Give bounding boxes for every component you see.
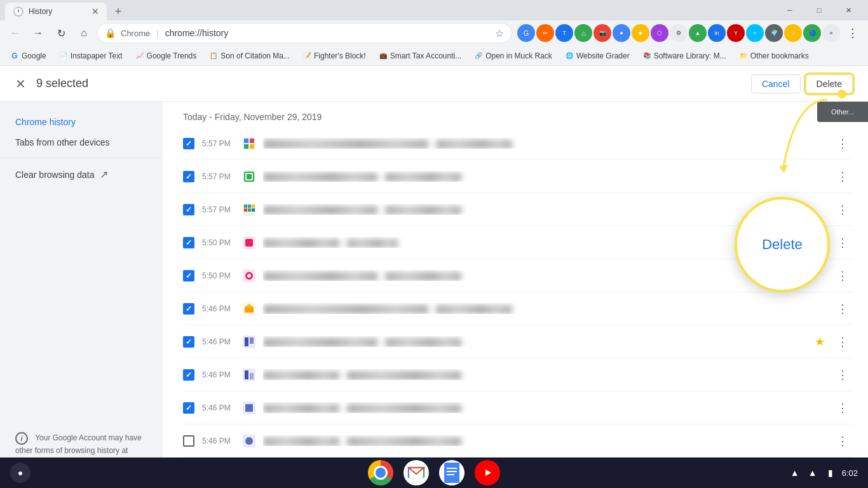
tab-close-button[interactable]: ✕ bbox=[92, 6, 99, 17]
more-options-4[interactable]: ⋮ bbox=[832, 233, 853, 253]
history-checkbox-5[interactable] bbox=[183, 270, 194, 281]
forward-button[interactable]: → bbox=[28, 23, 48, 43]
info-icon: i bbox=[15, 432, 28, 445]
history-favicon-10 bbox=[243, 435, 255, 447]
delete-button-container: Delete bbox=[806, 74, 853, 93]
history-title-9 bbox=[263, 402, 825, 412]
ext-2[interactable]: ✏ bbox=[536, 24, 554, 42]
taskbar-chrome-icon[interactable] bbox=[368, 460, 393, 485]
main-layout: Chrome history Tabs from other devices C… bbox=[0, 102, 868, 488]
ext-7[interactable]: ★ bbox=[632, 24, 649, 42]
history-checkbox-1[interactable] bbox=[183, 138, 194, 149]
taskbar-system-icon[interactable]: ● bbox=[10, 463, 31, 483]
svg-rect-31 bbox=[245, 404, 253, 412]
ext-3[interactable]: T bbox=[555, 24, 573, 42]
more-options-6[interactable]: ⋮ bbox=[832, 299, 853, 319]
taskbar-youtube-icon[interactable] bbox=[475, 460, 500, 485]
selected-count-label: 9 selected bbox=[36, 77, 751, 90]
blurred-title-2 bbox=[263, 173, 377, 182]
ext-6[interactable]: ● bbox=[613, 24, 630, 42]
sidebar-chrome-history[interactable]: Chrome history bbox=[0, 112, 163, 132]
minimize-button[interactable]: ─ bbox=[775, 0, 804, 20]
history-row: 5:46 PM ⋮ bbox=[183, 358, 853, 391]
bookmark-software[interactable]: 📚 Software Library: M... bbox=[637, 49, 731, 63]
more-options-8[interactable]: ⋮ bbox=[832, 365, 853, 385]
ext-16[interactable]: 🔵 bbox=[803, 24, 821, 42]
blurred-subtitle-10 bbox=[347, 437, 461, 446]
bookmark-trends[interactable]: 📈 Google Trends bbox=[130, 49, 202, 63]
bookmark-websitegrader[interactable]: 🌐 Website Grader bbox=[560, 49, 635, 63]
delete-circle-overlay: Delete bbox=[735, 197, 830, 292]
more-options-7[interactable]: ⋮ bbox=[832, 332, 853, 352]
history-time-10: 5:46 PM bbox=[202, 437, 235, 445]
delete-button[interactable]: Delete bbox=[806, 74, 853, 93]
address-bar[interactable]: 🔒 Chrome | chrome://history ☆ bbox=[97, 23, 512, 43]
more-options-9[interactable]: ⋮ bbox=[832, 398, 853, 418]
svg-rect-41 bbox=[447, 474, 454, 475]
taskbar-gmail-icon[interactable] bbox=[403, 460, 429, 485]
ext-13[interactable]: ≈ bbox=[746, 24, 764, 42]
bookmark-trends-label: Google Trends bbox=[147, 51, 197, 60]
ext-1[interactable]: G bbox=[517, 24, 535, 42]
ext-10[interactable]: ▲ bbox=[689, 24, 707, 42]
history-checkbox-7[interactable] bbox=[183, 336, 194, 348]
fighters-favicon: 📝 bbox=[302, 51, 311, 60]
chrome-menu-button[interactable]: ⋮ bbox=[843, 23, 863, 43]
extensions-area: G ✏ T △ 📷 ● ★ ⬡ ⚙ ▲ in Y ≈ 🌍 ⚡ 🔵 » bbox=[517, 24, 840, 42]
trends-favicon: 📈 bbox=[135, 51, 144, 60]
bookmarks-bar: G Google 📄 Instapaper Text 📈 Google Tren… bbox=[0, 46, 868, 66]
bookmark-muckrack[interactable]: 🔗 Open in Muck Rack bbox=[469, 49, 557, 63]
ext-9[interactable]: ⚙ bbox=[670, 24, 688, 42]
more-options-2[interactable]: ⋮ bbox=[832, 166, 853, 187]
bookmark-google[interactable]: G Google bbox=[5, 49, 51, 63]
bookmark-citation[interactable]: 📋 Son of Citation Ma... bbox=[204, 49, 295, 63]
ext-11[interactable]: in bbox=[708, 24, 726, 42]
bookmark-other[interactable]: 📁 Other bookmarks bbox=[734, 49, 814, 63]
more-options-10[interactable]: ⋮ bbox=[832, 431, 853, 451]
ext-15[interactable]: ⚡ bbox=[784, 24, 802, 42]
history-checkbox-10[interactable] bbox=[183, 435, 194, 447]
blurred-title-5 bbox=[263, 272, 377, 281]
bookmark-tax-label: Smart Tax Accounti... bbox=[390, 51, 462, 60]
bookmark-citation-label: Son of Citation Ma... bbox=[220, 51, 290, 60]
history-favicon-2 bbox=[243, 170, 255, 183]
history-checkbox-3[interactable] bbox=[183, 204, 194, 215]
blurred-title-3 bbox=[263, 206, 377, 215]
maximize-button[interactable]: □ bbox=[804, 0, 834, 20]
history-checkbox-8[interactable] bbox=[183, 369, 194, 381]
history-checkbox-2[interactable] bbox=[183, 171, 194, 182]
new-tab-button[interactable]: + bbox=[109, 3, 127, 20]
bookmark-tax[interactable]: 💼 Smart Tax Accounti... bbox=[374, 49, 467, 63]
history-checkbox-4[interactable] bbox=[183, 237, 194, 248]
other-bookmarks-favicon: 📁 bbox=[739, 51, 748, 60]
bookmark-star-icon[interactable]: ☆ bbox=[495, 27, 504, 39]
close-button[interactable]: ✕ bbox=[834, 0, 863, 20]
bookmark-fighters[interactable]: 📝 Fighter's Block! bbox=[297, 49, 371, 63]
more-options-5[interactable]: ⋮ bbox=[832, 266, 853, 286]
ext-12[interactable]: Y bbox=[727, 24, 745, 42]
ext-4[interactable]: △ bbox=[574, 24, 592, 42]
ext-more[interactable]: » bbox=[822, 24, 840, 42]
bookmark-muckrack-label: Open in Muck Rack bbox=[485, 51, 552, 60]
bookmark-instapaper[interactable]: 📄 Instapaper Text bbox=[54, 49, 128, 63]
close-selection-button[interactable]: ✕ bbox=[15, 76, 26, 92]
svg-rect-13 bbox=[244, 208, 247, 212]
active-tab[interactable]: 🕐 History ✕ bbox=[5, 3, 107, 20]
ext-5[interactable]: 📷 bbox=[593, 24, 611, 42]
more-options-3[interactable]: ⋮ bbox=[832, 200, 853, 220]
history-checkbox-6[interactable] bbox=[183, 303, 194, 315]
ext-14[interactable]: 🌍 bbox=[765, 24, 783, 42]
history-checkbox-9[interactable] bbox=[183, 402, 194, 414]
back-button[interactable]: ← bbox=[5, 23, 25, 43]
home-button[interactable]: ⌂ bbox=[74, 23, 94, 43]
sidebar-tabs-from-devices[interactable]: Tabs from other devices bbox=[0, 132, 163, 152]
more-options-1[interactable]: ⋮ bbox=[832, 133, 853, 154]
history-time-4: 5:50 PM bbox=[202, 238, 235, 247]
cancel-button[interactable]: Cancel bbox=[751, 74, 801, 93]
reload-button[interactable]: ↻ bbox=[51, 23, 71, 43]
svg-rect-14 bbox=[248, 208, 251, 212]
delete-circle: Delete bbox=[735, 197, 830, 292]
sidebar-clear-browsing[interactable]: Clear browsing data ↗ bbox=[0, 163, 163, 186]
taskbar-docs-icon[interactable] bbox=[439, 460, 465, 485]
ext-8[interactable]: ⬡ bbox=[651, 24, 668, 42]
